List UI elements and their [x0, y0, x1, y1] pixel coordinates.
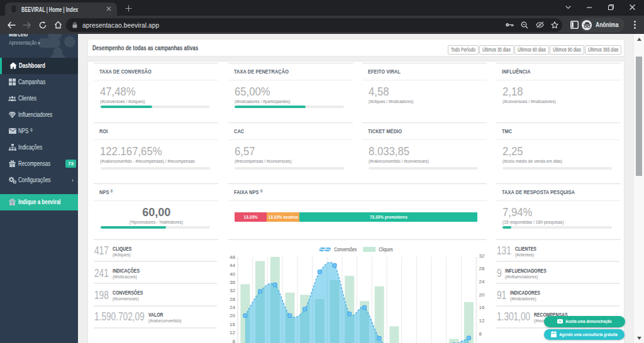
tab-title: BEEVIRAL | Home | Index: [21, 6, 104, 13]
metric-value: 65,00%: [235, 85, 270, 99]
tab-search-chevron-icon[interactable]: [557, 0, 579, 15]
time-filters: Todo PeríodoÚltimos 30 diasÚltimos 60 di…: [448, 45, 621, 55]
stat-caption: (#valorconvertido): [148, 318, 182, 324]
browser-window: BEEVIRAL | Home | Index apresentacao.bee…: [0, 0, 644, 343]
metric-title: TAXA DE RESPOSTA PESQUISA: [502, 188, 575, 195]
browser-menu-icon[interactable]: [627, 16, 642, 34]
title-separator: [362, 139, 487, 140]
scrollbar-up-icon[interactable]: [634, 34, 644, 44]
sidebar-item-label: Campanhas: [18, 79, 45, 85]
browser-tab[interactable]: BEEVIRAL | Home | Index: [5, 3, 117, 16]
point-conversoes-0: [243, 313, 247, 317]
metric-value: 7,94%: [502, 205, 532, 219]
gift-icon: [8, 160, 16, 168]
password-key-icon[interactable]: [506, 23, 514, 27]
filter-button-0[interactable]: Todo Período: [448, 45, 479, 55]
sidebar-user-menu[interactable]: Apresentação▾: [9, 40, 40, 46]
svg-text:12: 12: [479, 318, 484, 324]
stat-caption: (#indicadores): [510, 296, 540, 302]
point-conversoes-1: [258, 290, 262, 293]
sidebar-item-label: Indicações: [18, 144, 42, 151]
fab-demo-button[interactable]: Assita uma demonstração: [544, 316, 625, 327]
filter-button-1[interactable]: Últimos 30 dias: [479, 45, 514, 55]
eye-off-icon[interactable]: [536, 21, 544, 28]
window-minimize-button[interactable]: [579, 0, 600, 15]
sidebar-item-indique-a-beeviral[interactable]: Indique a beeviral: [0, 194, 78, 210]
stat-value: 1.590.702,09: [94, 310, 145, 324]
metric-value: 2,25: [502, 144, 523, 158]
title-separator: [362, 80, 487, 80]
page-scrollbar[interactable]: [633, 34, 644, 343]
metric-title: NPS ®: [99, 188, 113, 195]
sidebar-item-nps[interactable]: NPS ®: [0, 123, 78, 139]
sidebar-item-label: Indique a beeviral: [18, 199, 61, 205]
bookmark-star-icon[interactable]: [551, 21, 558, 29]
tab-close-icon[interactable]: [104, 5, 113, 14]
sidebar-item-configuracoes[interactable]: Configurações‹: [0, 172, 78, 188]
address-bar[interactable]: apresentacao.beeviral.app: [66, 18, 562, 32]
progress-fill: [235, 106, 306, 108]
metric-title: EFEITO VIRAL: [368, 68, 401, 75]
profile-chip[interactable]: Anônima: [579, 18, 625, 32]
stat-label: INDICAÇÕES: [113, 267, 140, 274]
title-separator: [228, 200, 487, 201]
reload-button[interactable]: [35, 16, 50, 34]
url-text: apresentacao.beeviral.app: [82, 21, 506, 29]
sidebar-item-clientes[interactable]: Clientes: [0, 90, 78, 107]
title-separator: [94, 80, 218, 80]
home-button[interactable]: [50, 16, 65, 34]
stat-labels: INDICAÇÕES(#indicacoes): [113, 267, 140, 280]
filter-button-3[interactable]: Últimos 90 dias: [550, 45, 584, 55]
sidebar-item-indicacoes[interactable]: Indicações: [0, 139, 78, 156]
tile-stats-right: 131CLIENTES(#clientes)9INFLUENCIADORES(#…: [496, 239, 621, 343]
fab-consultoria-button[interactable]: Agende uma consultoria gratuita: [544, 329, 625, 340]
tile-influ-ncia: INFLUÊNCIA2,18(#conversoes / #indicadore…: [496, 63, 621, 119]
sidebar-user-name: Marcelo: [9, 34, 28, 38]
stat-row-valor: 1.590.702,09VALOR(#valorconvertido): [94, 308, 181, 327]
badge-count: 73: [65, 160, 76, 168]
scrollbar-thumb[interactable]: [636, 57, 642, 176]
stat-row-cliques: 417CLIQUES(#cliques): [94, 242, 131, 261]
svg-text:32: 32: [479, 253, 484, 259]
scrollbar-down-icon[interactable]: [634, 333, 644, 343]
zoom-out-icon[interactable]: [521, 21, 528, 29]
metric-caption: (#ciclo médio de venda em dias): [502, 158, 562, 164]
sidebar-item-recompensas[interactable]: Recompensas73: [0, 156, 78, 172]
stat-caption: (#conversoes): [113, 296, 143, 302]
caret-down-icon: ▾: [38, 41, 40, 45]
sidebar-item-label: Configurações: [18, 177, 51, 183]
stat-value: 241: [94, 267, 109, 280]
new-tab-button[interactable]: [124, 4, 133, 14]
metric-value: 60,00: [94, 205, 218, 219]
registered-mark: ®: [111, 189, 113, 193]
metric-title: INFLUÊNCIA: [502, 68, 531, 75]
svg-text:44: 44: [230, 263, 235, 268]
progress-track: [502, 167, 612, 170]
metric-value: 8.033,85: [369, 144, 409, 158]
registered-mark: ®: [30, 128, 33, 133]
progress-track: [369, 167, 478, 170]
metric-title: TMC: [502, 128, 512, 134]
title-separator: [94, 139, 218, 140]
tab-strip: BEEVIRAL | Home | Index: [0, 0, 644, 16]
progress-track: [502, 226, 612, 229]
title-separator: [496, 139, 621, 140]
back-button[interactable]: [4, 16, 19, 34]
metric-caption: (15 respondidas / 189 pesquisas): [502, 219, 564, 225]
home-icon: [9, 62, 17, 70]
forward-button[interactable]: [19, 16, 35, 34]
metric-value: 4,58: [369, 85, 389, 99]
sidebar-item-dashboard[interactable]: Dashboard: [0, 58, 78, 74]
sidebar-item-campanhas[interactable]: Campanhas: [0, 74, 78, 90]
window-restore-button[interactable]: [600, 0, 621, 15]
tile-nps: NPS ®60,00(%promotores - %detratores): [94, 183, 218, 239]
sidebar-item-influenciadores[interactable]: Influenciadores: [0, 107, 78, 123]
filter-button-4[interactable]: Últimos 365 dias: [585, 45, 621, 55]
nps-segment-1: 13.33% neutros: [267, 212, 299, 222]
filter-button-2[interactable]: Últimos 60 dias: [514, 45, 549, 55]
window-close-button[interactable]: [621, 0, 643, 15]
gears-icon: [8, 176, 16, 184]
svg-text:20: 20: [479, 292, 484, 298]
metric-value: 2,18: [502, 85, 523, 99]
metric-caption: (#conversoes / #indicadores): [502, 99, 556, 104]
